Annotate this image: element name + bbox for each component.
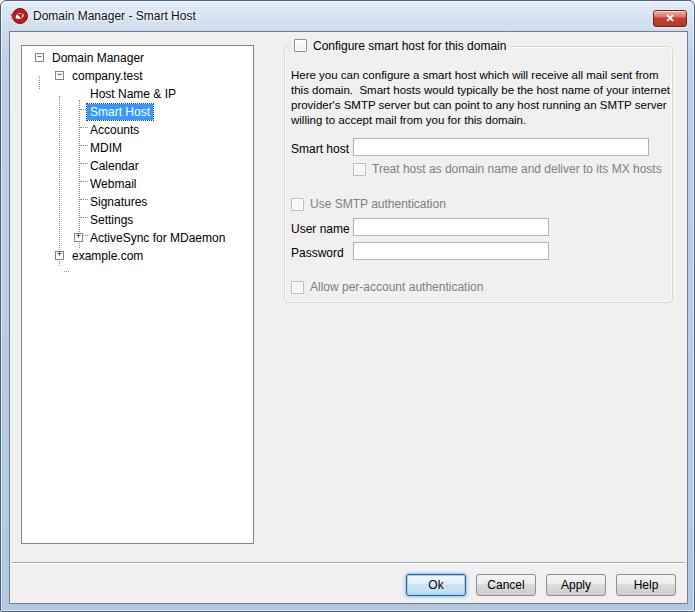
titlebar: Domain Manager - Smart Host ✕ <box>1 1 694 31</box>
tree-item-calendar[interactable]: Calendar <box>22 157 253 175</box>
tree-item-smart-host[interactable]: Smart Host <box>22 103 253 121</box>
ok-button[interactable]: Ok <box>406 574 466 596</box>
use-smtp-auth-row: Use SMTP authentication <box>291 197 446 211</box>
user-name-input[interactable] <box>353 218 549 236</box>
domain-tree[interactable]: − Domain Manager − company.test Host Nam… <box>21 45 254 544</box>
expand-icon[interactable]: + <box>55 251 64 260</box>
tree-item-label[interactable]: Domain Manager <box>49 50 147 66</box>
tree-item-label[interactable]: Signatures <box>87 194 150 210</box>
tree-item-host-name-ip[interactable]: Host Name & IP <box>22 85 253 103</box>
close-icon: ✕ <box>665 12 674 24</box>
tree-connector <box>64 271 69 272</box>
smart-host-description: Here you can configure a smart host whic… <box>291 68 671 128</box>
treat-host-checkbox[interactable] <box>353 163 366 176</box>
collapse-icon[interactable]: − <box>55 71 64 80</box>
tree-item-label[interactable]: Settings <box>87 212 136 228</box>
tree-item-activesync[interactable]: + ActiveSync for MDaemon <box>22 229 253 247</box>
tree-item-company-test[interactable]: − company.test <box>22 67 253 85</box>
dialog-window: Domain Manager - Smart Host ✕ − Domain M… <box>0 0 695 612</box>
allow-per-account-label: Allow per-account authentication <box>310 280 483 294</box>
window-title: Domain Manager - Smart Host <box>33 9 196 23</box>
use-smtp-auth-label: Use SMTP authentication <box>310 197 446 211</box>
close-button[interactable]: ✕ <box>653 10 687 27</box>
treat-host-label: Treat host as domain name and deliver to… <box>372 162 662 176</box>
groupbox-title: Configure smart host for this domain <box>290 38 510 53</box>
tree-item-mdim[interactable]: MDIM <box>22 139 253 157</box>
collapse-icon[interactable]: − <box>35 53 44 62</box>
tree-item-label[interactable]: company.test <box>69 68 145 84</box>
smart-host-input[interactable] <box>353 138 649 156</box>
apply-button[interactable]: Apply <box>546 574 606 596</box>
tree-item-label[interactable]: MDIM <box>87 140 125 156</box>
tree-item-accounts[interactable]: Accounts <box>22 121 253 139</box>
allow-per-account-row: Allow per-account authentication <box>291 280 483 294</box>
password-input[interactable] <box>353 242 549 260</box>
tree-item-label[interactable]: Webmail <box>87 176 139 192</box>
tree-item-domain-manager[interactable]: − Domain Manager <box>22 49 253 67</box>
tree-item-settings[interactable]: Settings <box>22 211 253 229</box>
mdaemon-logo-icon <box>10 7 28 25</box>
tree-item-label[interactable]: example.com <box>69 248 146 264</box>
tree-item-label[interactable]: ActiveSync for MDaemon <box>87 230 228 246</box>
allow-per-account-checkbox[interactable] <box>291 281 304 294</box>
tree-item-label[interactable]: Calendar <box>87 158 142 174</box>
footer-separator <box>12 562 685 564</box>
tree-item-example-com[interactable]: + example.com <box>22 247 253 265</box>
user-name-label: User name <box>291 222 350 236</box>
smart-host-label: Smart host <box>291 142 349 156</box>
tree-item-signatures[interactable]: Signatures <box>22 193 253 211</box>
cancel-button[interactable]: Cancel <box>476 574 536 596</box>
tree-item-label[interactable]: Host Name & IP <box>87 86 179 102</box>
treat-host-row: Treat host as domain name and deliver to… <box>353 162 662 176</box>
tree-item-label[interactable]: Smart Host <box>87 104 153 120</box>
help-button[interactable]: Help <box>616 574 676 596</box>
tree-item-label[interactable]: Accounts <box>87 122 142 138</box>
configure-smart-host-checkbox[interactable] <box>294 39 307 52</box>
tree-item-webmail[interactable]: Webmail <box>22 175 253 193</box>
password-label: Password <box>291 246 344 260</box>
use-smtp-auth-checkbox[interactable] <box>291 198 304 211</box>
groupbox-title-label: Configure smart host for this domain <box>313 39 506 53</box>
expand-icon[interactable]: + <box>74 233 83 242</box>
